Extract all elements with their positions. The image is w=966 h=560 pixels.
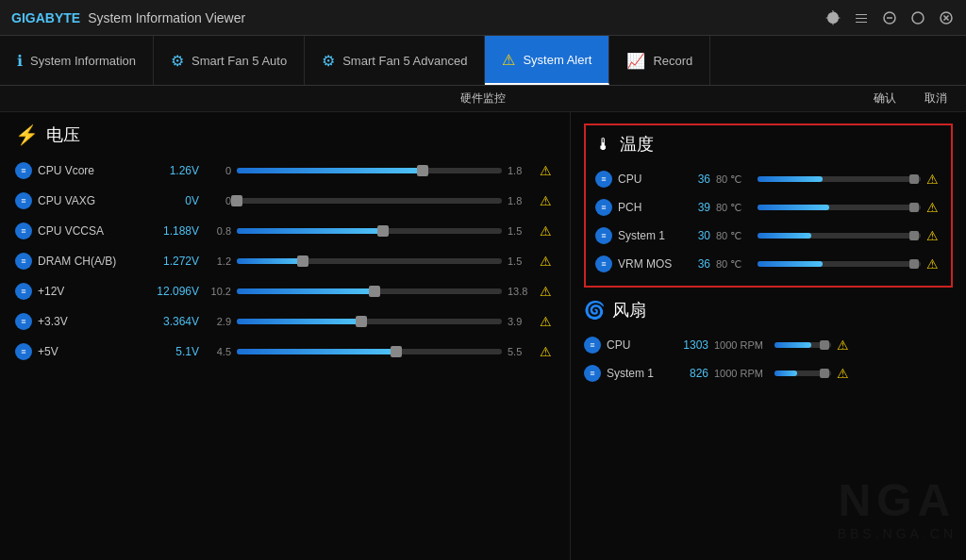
hardware-monitor-label: 硬件监控 [328, 91, 638, 107]
watermark-sub: BBS.NGA.CN [838, 526, 957, 541]
33v-alert: ⚠ [540, 314, 555, 329]
temp-sys1-track[interactable] [758, 233, 921, 239]
fan-sys1-value: 826 [678, 367, 708, 380]
5v-min: 4.5 [205, 346, 231, 357]
temp-pch-alert: ⚠ [926, 200, 941, 215]
cpu-vccsa-name: CPU VCCSA [38, 224, 132, 238]
voltage-panel: ⚡ 电压 ≡ CPU Vcore 1.26V 0 1.8 ⚠ ≡ CPU VAX… [0, 112, 571, 560]
tab-system-info[interactable]: ℹ System Information [0, 36, 154, 85]
12v-slider[interactable]: 10.2 13.8 [205, 286, 534, 297]
voltage-row-5v: ≡ +5V 5.1V 4.5 5.5 ⚠ [15, 337, 555, 367]
fan-sys1-name: System 1 [607, 367, 673, 380]
close-icon[interactable] [938, 9, 955, 26]
temp-row-cpu: ≡ CPU 36 80 ℃ ⚠ [595, 165, 941, 193]
settings-icon[interactable] [824, 9, 841, 26]
fan-cpu-track[interactable] [774, 342, 831, 348]
5v-icon: ≡ [15, 343, 32, 360]
temp-pch-limit: 80 ℃ [716, 202, 752, 214]
dram-max: 1.5 [508, 255, 534, 267]
voltage-row-dram: ≡ DRAM CH(A/B) 1.272V 1.2 1.5 ⚠ [15, 246, 555, 276]
12v-icon: ≡ [15, 283, 32, 300]
12v-alert: ⚠ [540, 284, 555, 299]
cpu-vcore-name: CPU Vcore [38, 164, 132, 177]
temp-cpu-icon: ≡ [595, 171, 612, 188]
cpu-vaxg-max: 1.8 [508, 195, 534, 206]
app-title: System Information Viewer [88, 10, 245, 25]
tab-system-alert[interactable]: ⚠ System Alert [485, 36, 609, 85]
dram-value: 1.272V [138, 255, 199, 268]
dram-min: 1.2 [205, 255, 231, 267]
temp-vrm-limit: 80 ℃ [716, 258, 752, 271]
temp-cpu-track[interactable] [758, 176, 921, 182]
temperature-box: 🌡 温度 ≡ CPU 36 80 ℃ ⚠ ≡ PC [584, 124, 953, 288]
voltage-row-33v: ≡ +3.3V 3.364V 2.9 3.9 ⚠ [15, 306, 555, 337]
list-icon[interactable] [853, 9, 870, 26]
voltage-section-title: ⚡ 电压 [15, 124, 555, 146]
temp-sys1-slider[interactable] [758, 233, 921, 239]
cpu-vaxg-icon: ≡ [15, 192, 32, 209]
temperature-section-title: 🌡 温度 [595, 133, 941, 156]
33v-slider[interactable]: 2.9 3.9 [205, 316, 534, 327]
cpu-vccsa-track[interactable] [237, 228, 502, 234]
main-content: ⚡ 电压 ≡ CPU Vcore 1.26V 0 1.8 ⚠ ≡ CPU VAX… [0, 112, 966, 560]
12v-value: 12.096V [138, 285, 199, 298]
temp-icon: 🌡 [595, 135, 612, 155]
12v-track[interactable] [237, 288, 502, 294]
confirm-label[interactable]: 确认 [874, 91, 896, 107]
cpu-vaxg-value: 0V [138, 194, 199, 207]
voltage-icon: ⚡ [15, 124, 39, 146]
temp-pch-icon: ≡ [595, 199, 612, 216]
temp-cpu-slider[interactable] [758, 176, 921, 182]
33v-min: 2.9 [205, 316, 231, 327]
tab-fan-auto-label: Smart Fan 5 Auto [192, 54, 287, 68]
temp-cpu-alert: ⚠ [926, 172, 941, 187]
5v-slider[interactable]: 4.5 5.5 [205, 346, 534, 357]
tab-fan-auto[interactable]: ⚙ Smart Fan 5 Auto [154, 36, 305, 85]
cpu-vcore-slider[interactable]: 0 1.8 [205, 165, 534, 176]
voltage-title-text: 电压 [46, 124, 80, 146]
voltage-row-12v: ≡ +12V 12.096V 10.2 13.8 ⚠ [15, 276, 555, 306]
tab-record[interactable]: 📈 Record [609, 36, 710, 85]
cpu-vaxg-slider[interactable]: 0 1.8 [205, 195, 534, 206]
fan-sys1-track[interactable] [774, 371, 831, 376]
33v-name: +3.3V [38, 315, 132, 328]
cancel-label[interactable]: 取消 [924, 91, 947, 107]
tab-record-label: Record [653, 54, 692, 68]
temp-pch-track[interactable] [758, 205, 921, 210]
cpu-vcore-alert: ⚠ [540, 163, 555, 178]
fan-row-sys1: ≡ System 1 826 1000 RPM ⚠ [584, 359, 953, 387]
cpu-vaxg-alert: ⚠ [540, 193, 555, 208]
33v-track[interactable] [237, 319, 502, 324]
fan-sys1-icon: ≡ [584, 365, 601, 382]
voltage-row-cpu-vaxg: ≡ CPU VAXG 0V 0 1.8 ⚠ [15, 186, 555, 216]
alert-tab-icon: ⚠ [502, 51, 515, 69]
12v-name: +12V [38, 285, 132, 298]
dram-track[interactable] [237, 258, 502, 264]
temp-sys1-icon: ≡ [595, 227, 612, 244]
temp-vrm-slider[interactable] [758, 261, 921, 267]
temp-pch-slider[interactable] [758, 205, 921, 210]
fan-section-title: 🌀 风扇 [584, 299, 953, 321]
cpu-vccsa-slider[interactable]: 0.8 1.5 [205, 225, 534, 237]
minimize-icon[interactable] [881, 9, 898, 26]
svg-point-1 [912, 12, 924, 24]
sub-header: 硬件监控 确认 取消 [0, 86, 966, 112]
5v-track[interactable] [237, 349, 502, 354]
temp-cpu-limit: 80 ℃ [716, 173, 752, 186]
tab-fan-advanced[interactable]: ⚙ Smart Fan 5 Advanced [305, 36, 485, 85]
fan-auto-icon: ⚙ [171, 52, 184, 70]
temp-sys1-limit: 80 ℃ [716, 230, 752, 242]
dram-slider[interactable]: 1.2 1.5 [205, 255, 534, 267]
33v-icon: ≡ [15, 313, 32, 330]
33v-max: 3.9 [508, 316, 534, 327]
5v-value: 5.1V [138, 345, 199, 358]
record-tab-icon: 📈 [626, 52, 645, 70]
cpu-vaxg-track[interactable] [237, 198, 502, 204]
info-icon: ℹ [17, 52, 23, 70]
temp-vrm-track[interactable] [758, 261, 921, 267]
maximize-icon[interactable] [909, 9, 926, 26]
12v-max: 13.8 [508, 286, 534, 297]
dram-alert: ⚠ [540, 254, 555, 269]
temp-vrm-name: VRM MOS [618, 257, 684, 271]
cpu-vcore-track[interactable] [237, 168, 502, 173]
